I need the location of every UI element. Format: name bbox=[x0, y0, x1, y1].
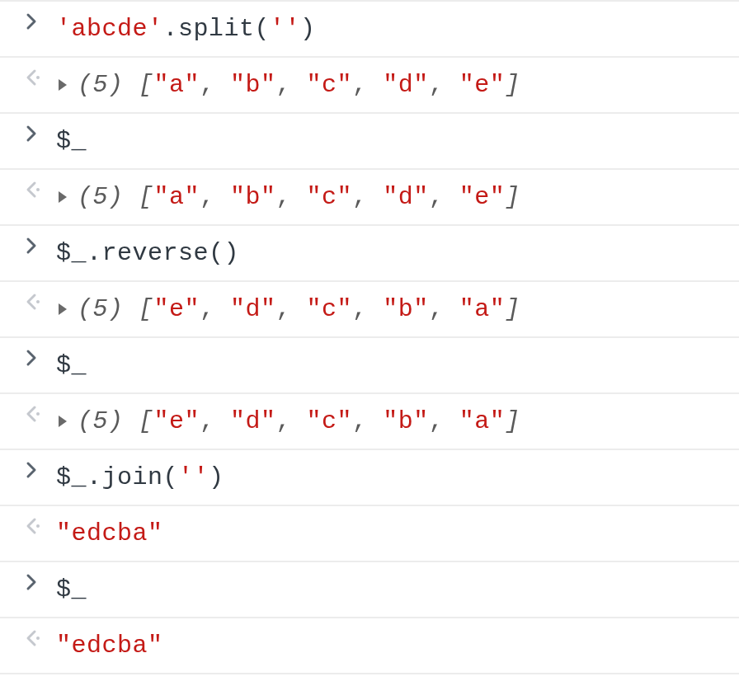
code-token: '' bbox=[178, 463, 209, 491]
input-prompt-icon bbox=[0, 12, 49, 31]
array-separator: , bbox=[429, 183, 459, 211]
array-item: "a" bbox=[154, 183, 200, 211]
console-output-value: (5) ["a", "b", "c", "d", "e"] bbox=[49, 180, 739, 214]
array-item: "e" bbox=[154, 407, 200, 435]
console-output-value: "edcba" bbox=[49, 628, 739, 663]
output-prompt-icon bbox=[0, 628, 49, 648]
console-output-row: (5) ["a", "b", "c", "d", "e"] bbox=[0, 56, 739, 112]
array-close-bracket: ] bbox=[505, 295, 520, 323]
array-item: "e" bbox=[459, 183, 506, 211]
svg-point-9 bbox=[36, 637, 40, 640]
array-count: (5) bbox=[78, 407, 139, 435]
console-input-code: $_ bbox=[49, 124, 739, 158]
console-input-code: $_.join('') bbox=[49, 460, 739, 495]
array-separator: , bbox=[200, 407, 230, 435]
array-count: (5) bbox=[78, 183, 139, 211]
array-open-bracket: [ bbox=[139, 407, 154, 435]
array-open-bracket: [ bbox=[139, 295, 154, 323]
svg-point-0 bbox=[36, 76, 40, 79]
output-prompt-icon bbox=[0, 404, 49, 424]
array-separator: , bbox=[352, 71, 383, 99]
console-input-code: $_ bbox=[49, 348, 739, 383]
array-item: "b" bbox=[230, 183, 276, 211]
input-prompt-icon bbox=[0, 236, 49, 256]
array-separator: , bbox=[429, 295, 459, 323]
array-item: "b" bbox=[383, 407, 429, 435]
code-token: "edcba" bbox=[56, 519, 163, 547]
array-item: "d" bbox=[383, 71, 429, 99]
expand-triangle-icon[interactable] bbox=[56, 301, 69, 317]
code-token: ) bbox=[209, 463, 224, 491]
code-token: 'abcde' bbox=[56, 15, 163, 43]
console-input-row: $_ bbox=[0, 112, 739, 168]
array-item: "c" bbox=[307, 407, 353, 435]
code-token: $_ bbox=[56, 351, 87, 379]
expand-triangle-icon[interactable] bbox=[56, 77, 69, 93]
array-close-bracket: ] bbox=[505, 183, 520, 211]
input-prompt-icon bbox=[0, 348, 49, 368]
console-output-row: (5) ["a", "b", "c", "d", "e"] bbox=[0, 168, 739, 224]
output-prompt-icon bbox=[0, 68, 49, 87]
array-count: (5) bbox=[78, 295, 139, 323]
array-close-bracket: ] bbox=[505, 71, 520, 99]
expand-triangle-icon[interactable] bbox=[56, 189, 69, 205]
array-open-bracket: [ bbox=[139, 183, 154, 211]
array-separator: , bbox=[276, 407, 307, 435]
console-input-code: $_ bbox=[49, 572, 739, 607]
array-item: "b" bbox=[230, 71, 276, 99]
array-separator: , bbox=[200, 71, 230, 99]
array-separator: , bbox=[200, 295, 230, 323]
code-token: '' bbox=[270, 15, 300, 43]
console-input-row: $_.reverse() bbox=[0, 224, 739, 280]
svg-point-4 bbox=[36, 300, 40, 303]
array-item: "e" bbox=[154, 295, 200, 323]
console-input-row: $_.join('') bbox=[0, 449, 739, 505]
code-token: $_ bbox=[56, 576, 87, 604]
console-input-row: $_ bbox=[0, 336, 739, 392]
console-output-row: "edcba" bbox=[0, 617, 739, 674]
array-item: "e" bbox=[459, 71, 506, 99]
console-output-row: "edcba" bbox=[0, 505, 739, 561]
output-prompt-icon bbox=[0, 180, 49, 200]
console-input-row: $_ bbox=[0, 561, 739, 617]
console-output-row: (5) ["e", "d", "c", "b", "a"] bbox=[0, 280, 739, 336]
output-prompt-icon bbox=[0, 292, 49, 312]
array-separator: , bbox=[352, 295, 383, 323]
array-item: "c" bbox=[307, 183, 353, 211]
array-item: "b" bbox=[383, 295, 429, 323]
array-separator: , bbox=[429, 407, 459, 435]
svg-point-6 bbox=[36, 412, 40, 416]
svg-point-8 bbox=[36, 524, 40, 528]
array-item: "d" bbox=[383, 183, 429, 211]
input-prompt-icon bbox=[0, 124, 49, 143]
array-item: "d" bbox=[230, 295, 276, 323]
array-close-bracket: ] bbox=[505, 407, 520, 435]
console-output-value: (5) ["e", "d", "c", "b", "a"] bbox=[49, 404, 739, 439]
code-token: "edcba" bbox=[56, 632, 163, 660]
expand-triangle-icon[interactable] bbox=[56, 413, 69, 430]
array-count: (5) bbox=[78, 71, 139, 99]
svg-marker-1 bbox=[59, 79, 67, 91]
array-item: "a" bbox=[459, 407, 506, 435]
array-separator: , bbox=[276, 183, 307, 211]
output-prompt-icon bbox=[0, 516, 49, 536]
svg-marker-3 bbox=[59, 191, 67, 203]
console-input-row: 'abcde'.split('') bbox=[0, 0, 739, 56]
console-input-code: 'abcde'.split('') bbox=[49, 12, 739, 46]
array-separator: , bbox=[429, 71, 459, 99]
console-output-row: (5) ["e", "d", "c", "b", "a"] bbox=[0, 392, 739, 449]
code-token: ) bbox=[300, 15, 316, 43]
console-output-value: (5) ["e", "d", "c", "b", "a"] bbox=[49, 292, 739, 327]
array-separator: , bbox=[200, 183, 230, 211]
array-separator: , bbox=[276, 71, 307, 99]
code-token: $_.join( bbox=[56, 463, 178, 491]
console-panel: 'abcde'.split('')(5) ["a", "b", "c", "d"… bbox=[0, 0, 739, 674]
console-input-code: $_.reverse() bbox=[49, 236, 739, 270]
array-item: "d" bbox=[230, 407, 276, 435]
code-token: $_.reverse() bbox=[56, 239, 239, 267]
array-item: "a" bbox=[459, 295, 506, 323]
console-output-value: (5) ["a", "b", "c", "d", "e"] bbox=[49, 68, 739, 102]
array-separator: , bbox=[352, 183, 383, 211]
array-item: "a" bbox=[154, 71, 200, 99]
svg-marker-5 bbox=[59, 303, 67, 315]
